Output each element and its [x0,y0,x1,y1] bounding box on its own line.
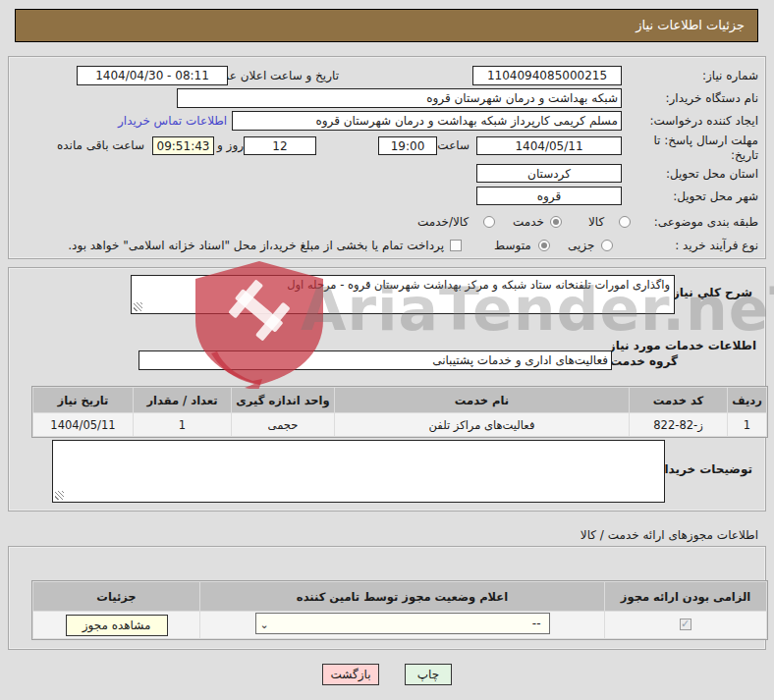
services-table-header-row: ردیف کد خدمت نام خدمت واحد اندازه گیری ت… [33,388,767,413]
need-description-textarea[interactable]: واگذاری امورات تلفنخانه ستاد شبکه و مرکز… [131,275,675,314]
radio-service[interactable] [550,216,562,228]
radio-minor[interactable] [601,240,613,251]
permit-status-select[interactable]: ⌄ -- [255,613,550,634]
radio-goods[interactable] [619,216,631,228]
radio-service-label: خدمت [513,215,544,229]
deadline-time-field[interactable]: 19:00 [378,136,437,155]
city-field[interactable]: قروه [476,187,622,205]
radio-minor-label: جزیی [568,239,594,252]
radio-goods-label: کالا [588,215,604,229]
radio-goods-service-label: کالا/خدمت [417,215,469,229]
cell-need-date: 1404/05/11 [33,413,134,437]
col-quantity: تعداد / مقدار [134,388,232,413]
creator-field[interactable]: مسلم کریمی کارپرداز شبکه بهداشت و درمان … [232,111,622,131]
need-description-label: شرح کلي نیاز: [668,286,752,299]
city-label: شهر محل تحویل: [673,189,758,203]
permits-table-row: ⌄ -- مشاهده مجوز [33,612,767,639]
radio-medium[interactable] [538,240,550,251]
resize-handle-icon[interactable] [55,491,64,500]
process-type-label: نوع فرآیند خرید : [675,239,758,252]
treasury-checkbox[interactable] [450,240,462,251]
service-group-field[interactable]: فعالیت‌های اداری و خدمات پشتیبانی [138,350,612,370]
deadline-date-field[interactable]: 1404/05/11 [476,136,622,155]
permit-status-value: -- [532,614,541,633]
col-need-date: تاریخ نیاز [33,388,134,413]
cell-unit: حجمی [232,413,335,437]
classification-label: طبقه بندی موضوعی: [654,215,758,229]
chevron-down-icon: ⌄ [260,616,269,635]
table-row: 1 ز-82-822 فعالیت‌های مراکز تلفن حجمی 1 … [33,413,767,437]
cell-quantity: 1 [134,413,232,437]
permits-heading: اطلاعات مجوزهای ارائه خدمت / کالا [580,528,758,542]
col-service-code: کد خدمت [630,388,728,413]
col-service-name: نام خدمت [335,388,630,413]
page-title: جزئیات اطلاعات نیاز [636,18,745,32]
need-number-label: شماره نیاز: [702,69,758,82]
days-remaining-field: 12 [244,136,316,155]
cell-service-code: ز-82-822 [630,413,728,437]
days-label: روز و [217,138,244,152]
deadline-label: مهلت ارسال پاسخ: تا تاریخ: [638,134,758,163]
permits-table-header-row: الزامی بودن ارائه مجوز اعلام وضعیت مجوز … [33,582,767,612]
col-details: جزئیات [33,582,200,612]
service-group-label: گروه خدمت: [605,354,678,368]
page-title-bar: جزئیات اطلاعات نیاز [15,9,758,42]
col-permit-status: اعلام وضعیت مجوز توسط تامین کننده [200,582,605,612]
permits-table: الزامی بودن ارائه مجوز اعلام وضعیت مجوز … [32,581,767,639]
services-table: ردیف کد خدمت نام خدمت واحد اندازه گیری ت… [32,387,767,437]
buyer-org-field[interactable]: شبکه بهداشت و درمان شهرستان قروه [177,88,622,108]
col-unit: واحد اندازه گیری [232,388,335,413]
back-button[interactable]: بازگشت [322,664,379,685]
footer-buttons: چاپ بازگشت [0,664,774,685]
cell-service-name: فعالیت‌های مراکز تلفن [335,413,630,437]
announce-datetime-field[interactable]: 1404/04/30 - 08:11 [77,66,228,85]
remaining-label: ساعت باقی مانده [57,138,144,152]
services-heading: اطلاعات خدمات مورد نیاز [609,339,756,352]
treasury-label: پرداخت تمام یا بخشی از مبلغ خرید،از محل … [68,239,444,252]
resize-handle-icon[interactable] [134,302,142,311]
need-description-text: واگذاری امورات تلفنخانه ستاد شبکه و مرکز… [287,278,670,292]
print-button[interactable]: چاپ [405,664,452,685]
radio-goods-service[interactable] [483,216,495,228]
radio-medium-label: متوسط [494,239,531,252]
province-field[interactable]: کردستان [476,164,622,183]
col-row: ردیف [728,388,767,413]
buyer-org-label: نام دستگاه خریدار: [666,91,759,105]
col-permit-required: الزامی بودن ارائه مجوز [605,582,767,612]
creator-label: ایجاد کننده درخواست: [649,114,758,128]
need-number-field[interactable]: 1104094085000215 [472,66,622,85]
hour-label: ساعت [437,138,470,152]
province-label: استان محل تحویل: [666,167,758,181]
buyer-notes-label: توضیحات خریدار: [653,462,752,476]
view-permit-button[interactable]: مشاهده مجوز [66,615,168,636]
cell-row: 1 [728,413,767,437]
time-remaining-field: 09:51:43 [152,136,214,155]
permit-required-checkbox [680,619,691,630]
buyer-notes-textarea[interactable] [52,440,665,503]
buyer-contact-link[interactable]: اطلاعات تماس خریدار [118,114,227,128]
